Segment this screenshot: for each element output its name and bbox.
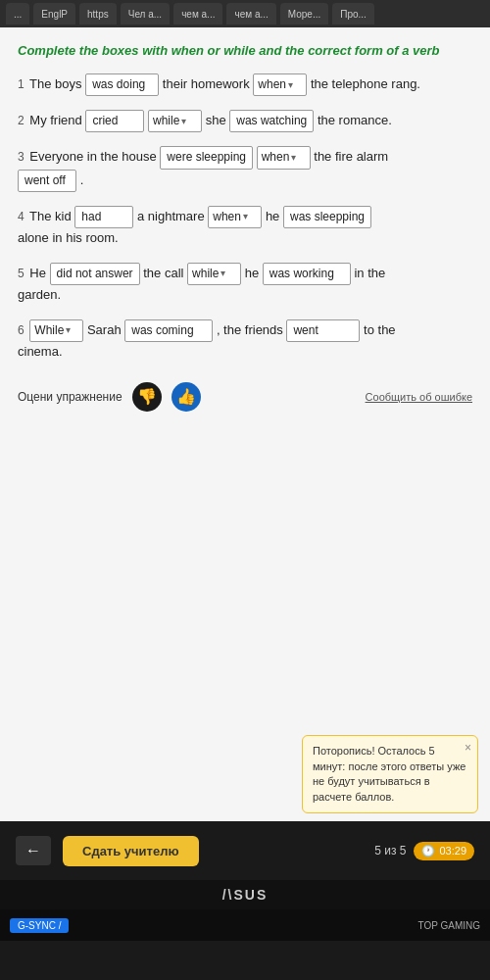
connector-dropdown-2[interactable]: while xyxy=(148,110,202,132)
exercise-item-6: 6 While Sarah was coming , the friends w… xyxy=(18,319,472,363)
answer-box-5b[interactable]: was working xyxy=(263,263,351,285)
exercise-title: Complete the boxes with when or while an… xyxy=(18,43,472,58)
item-text-6b: , the friends xyxy=(217,322,283,337)
item-punctuation-3: . xyxy=(80,172,84,187)
answer-box-3a[interactable]: were sleepping xyxy=(160,146,253,169)
thumbs-up-button[interactable]: 👍 xyxy=(172,382,201,412)
report-link[interactable]: Сообщить об ошибке xyxy=(366,391,472,403)
item-text-2a: My friend xyxy=(29,113,81,127)
item-text-5d: in the xyxy=(354,266,385,280)
thumbs-down-button[interactable]: 👎 xyxy=(132,382,162,412)
answer-box-5a[interactable]: did not answer xyxy=(50,263,140,285)
back-arrow-icon: ← xyxy=(25,842,41,859)
item-text-2c: the romance. xyxy=(318,113,392,127)
item-text-6c: to the xyxy=(364,322,396,337)
answer-box-6b[interactable]: went xyxy=(286,319,360,342)
item-number-3: 3 xyxy=(18,150,24,164)
tab-7[interactable]: Море... xyxy=(280,3,328,24)
item-text-4b: a nightmare xyxy=(137,209,205,223)
item-number-1: 1 xyxy=(18,77,24,91)
timer-badge: 🕐 03:29 xyxy=(414,842,474,860)
taskbar-text-1: TOP GAMING xyxy=(417,920,480,931)
item-text-5a: He xyxy=(29,266,46,280)
exercise-item-1: 1 The boys was doing their homework when… xyxy=(18,74,472,96)
exercise-item-5: 5 He did not answer the call while he wa… xyxy=(18,263,472,306)
exercise-item-4: 4 The kid had a nightmare when he was sl… xyxy=(18,206,472,249)
exercise-list: 1 The boys was doing their homework when… xyxy=(18,74,472,363)
tab-6[interactable]: чем а... xyxy=(226,3,275,24)
tab-1[interactable]: ... xyxy=(6,3,29,24)
item-text-5c: he xyxy=(245,266,259,280)
item-text-5b: the call xyxy=(143,266,183,280)
item-text-5e: garden. xyxy=(18,287,61,302)
tab-3[interactable]: https xyxy=(79,3,117,24)
taskbar-bottom: G-SYNC / TOP GAMING xyxy=(0,909,490,941)
item-text-3b: the fire alarm xyxy=(314,149,388,164)
rating-label: Оцени упражнение xyxy=(18,390,122,404)
connector-dropdown-1[interactable]: when xyxy=(253,74,307,96)
item-text-6d: cinema. xyxy=(18,344,63,359)
item-text-6a: Sarah xyxy=(87,322,122,337)
exercise-item-3: 3 Everyone in the house were sleepping w… xyxy=(18,146,472,191)
timer-value: 03:29 xyxy=(439,845,466,857)
item-text-1a: The boys xyxy=(29,76,81,91)
item-text-1c: the telephone rang. xyxy=(311,76,420,91)
submit-label: Сдать учителю xyxy=(82,844,179,858)
asus-logo: /\SUS xyxy=(222,887,269,903)
item-text-4d: alone in his room. xyxy=(18,230,119,245)
taskbar-right: TOP GAMING xyxy=(417,920,480,931)
notification-text: Поторопись! Осталось 5 минут: после этог… xyxy=(313,745,466,802)
exercise-item-2: 2 My friend cried while she was watching… xyxy=(18,110,472,132)
connector-dropdown-6[interactable]: While xyxy=(29,319,83,342)
notification-popup: × Поторопись! Осталось 5 минут: после эт… xyxy=(302,735,478,813)
item-number-2: 2 xyxy=(18,114,24,127)
item-number-4: 4 xyxy=(18,210,24,223)
main-content: Complete the boxes with when or while an… xyxy=(0,27,490,880)
connector-dropdown-3[interactable]: when xyxy=(257,146,311,169)
item-text-1b: their homework xyxy=(163,76,250,91)
answer-box-2a[interactable]: cried xyxy=(85,110,144,132)
gsync-badge: G-SYNC / xyxy=(10,918,69,933)
item-number-5: 5 xyxy=(18,267,24,280)
browser-bar: ... EnglP https Чел а... чем а... чем а.… xyxy=(0,0,490,27)
back-button[interactable]: ← xyxy=(16,836,51,865)
answer-box-6a[interactable]: was coming xyxy=(124,319,213,342)
notification-close-button[interactable]: × xyxy=(465,740,471,757)
rating-section: Оцени упражнение 👎 👍 Сообщить об ошибке xyxy=(18,382,472,412)
connector-dropdown-4[interactable]: when xyxy=(208,206,262,228)
item-text-4c: he xyxy=(266,209,279,223)
answer-box-4a[interactable]: had xyxy=(74,206,133,228)
asus-bar: /\SUS xyxy=(0,880,490,909)
connector-dropdown-5[interactable]: while xyxy=(187,263,241,285)
item-text-4a: The kid xyxy=(29,209,72,223)
submit-button[interactable]: Сдать учителю xyxy=(63,836,199,866)
answer-box-2b[interactable]: was watching xyxy=(229,110,314,132)
item-text-3a: Everyone in the house xyxy=(29,149,156,164)
item-number-6: 6 xyxy=(18,323,24,337)
tab-4[interactable]: Чел а... xyxy=(121,3,170,24)
tab-2[interactable]: EnglP xyxy=(33,3,75,24)
answer-box-4b[interactable]: was sleepping xyxy=(283,206,371,228)
progress-text: 5 из 5 xyxy=(374,844,406,858)
item-text-2b: she xyxy=(206,113,226,127)
tab-8[interactable]: Про... xyxy=(332,3,374,24)
timer-icon: 🕐 xyxy=(421,845,435,858)
progress-info: 5 из 5 🕐 03:29 xyxy=(374,842,474,860)
answer-box-1a[interactable]: was doing xyxy=(85,74,159,96)
answer-box-3b[interactable]: went off xyxy=(18,170,76,192)
bottom-bar: ← Сдать учителю 5 из 5 🕐 03:29 xyxy=(0,821,490,880)
tab-5[interactable]: чем а... xyxy=(173,3,222,24)
